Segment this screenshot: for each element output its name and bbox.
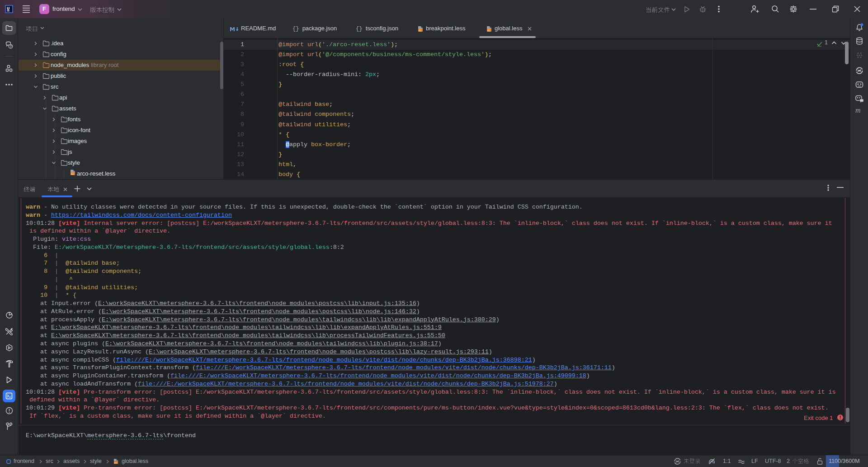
svg-text:(L): (L) [419,29,421,32]
svg-text:?: ? [10,44,12,48]
svg-text:(L): (L) [71,173,74,175]
svg-text:(L): (L) [487,29,490,32]
svg-text:(L): (L) [114,462,117,464]
